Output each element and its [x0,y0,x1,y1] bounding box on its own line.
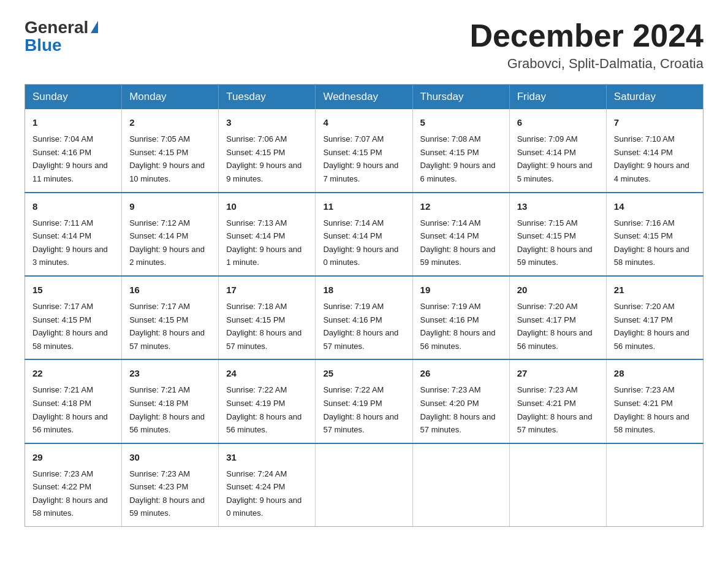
day-info: Sunrise: 7:20 AMSunset: 4:17 PMDaylight:… [614,302,689,351]
day-info: Sunrise: 7:18 AMSunset: 4:15 PMDaylight:… [226,302,301,351]
day-number: 12 [420,199,502,214]
day-info: Sunrise: 7:23 AMSunset: 4:23 PMDaylight:… [129,469,205,518]
day-info: Sunrise: 7:09 AMSunset: 4:14 PMDaylight:… [517,134,593,183]
day-cell-23: 23Sunrise: 7:21 AMSunset: 4:18 PMDayligh… [122,359,219,443]
day-number: 1 [32,115,114,130]
day-info: Sunrise: 7:13 AMSunset: 4:14 PMDaylight:… [226,218,301,267]
day-cell-7: 7Sunrise: 7:10 AMSunset: 4:14 PMDaylight… [606,109,703,192]
day-info: Sunrise: 7:08 AMSunset: 4:15 PMDaylight:… [420,134,496,183]
day-info: Sunrise: 7:11 AMSunset: 4:14 PMDaylight:… [32,218,108,267]
day-cell-13: 13Sunrise: 7:15 AMSunset: 4:15 PMDayligh… [509,193,606,276]
day-info: Sunrise: 7:21 AMSunset: 4:18 PMDaylight:… [129,385,205,434]
day-cell-30: 30Sunrise: 7:23 AMSunset: 4:23 PMDayligh… [122,443,219,527]
day-number: 30 [129,450,211,465]
day-info: Sunrise: 7:19 AMSunset: 4:16 PMDaylight:… [420,302,496,351]
logo-general: General [25,18,98,37]
empty-cell [606,443,703,527]
week-row-1: 1Sunrise: 7:04 AMSunset: 4:16 PMDaylight… [25,109,703,192]
day-cell-19: 19Sunrise: 7:19 AMSunset: 4:16 PMDayligh… [412,276,509,359]
day-cell-24: 24Sunrise: 7:22 AMSunset: 4:19 PMDayligh… [219,359,316,443]
day-cell-17: 17Sunrise: 7:18 AMSunset: 4:15 PMDayligh… [219,276,316,359]
day-info: Sunrise: 7:19 AMSunset: 4:16 PMDaylight:… [323,302,398,351]
day-info: Sunrise: 7:15 AMSunset: 4:15 PMDaylight:… [517,218,593,267]
day-number: 24 [226,366,308,381]
day-info: Sunrise: 7:23 AMSunset: 4:20 PMDaylight:… [420,385,496,434]
header-tuesday: Tuesday [219,85,316,110]
day-cell-25: 25Sunrise: 7:22 AMSunset: 4:19 PMDayligh… [316,359,412,443]
week-row-3: 15Sunrise: 7:17 AMSunset: 4:15 PMDayligh… [25,276,703,359]
day-cell-15: 15Sunrise: 7:17 AMSunset: 4:15 PMDayligh… [25,276,122,359]
day-cell-5: 5Sunrise: 7:08 AMSunset: 4:15 PMDaylight… [412,109,509,192]
page-header: General Blue December 2024 Grabovci, Spl… [25,18,703,72]
day-info: Sunrise: 7:22 AMSunset: 4:19 PMDaylight:… [226,385,301,434]
day-info: Sunrise: 7:23 AMSunset: 4:21 PMDaylight:… [517,385,593,434]
day-number: 28 [614,366,696,381]
day-cell-10: 10Sunrise: 7:13 AMSunset: 4:14 PMDayligh… [219,193,316,276]
day-number: 13 [517,199,599,214]
day-number: 3 [226,115,308,130]
day-info: Sunrise: 7:17 AMSunset: 4:15 PMDaylight:… [129,302,205,351]
day-info: Sunrise: 7:22 AMSunset: 4:19 PMDaylight:… [323,385,398,434]
day-info: Sunrise: 7:16 AMSunset: 4:15 PMDaylight:… [614,218,689,267]
location: Grabovci, Split-Dalmatia, Croatia [469,56,703,72]
day-number: 6 [517,115,599,130]
calendar-table: SundayMondayTuesdayWednesdayThursdayFrid… [25,84,703,527]
day-cell-27: 27Sunrise: 7:23 AMSunset: 4:21 PMDayligh… [509,359,606,443]
header-saturday: Saturday [606,85,703,110]
day-number: 20 [517,283,599,297]
day-info: Sunrise: 7:21 AMSunset: 4:18 PMDaylight:… [32,385,108,434]
day-cell-16: 16Sunrise: 7:17 AMSunset: 4:15 PMDayligh… [122,276,219,359]
day-number: 15 [32,283,114,297]
day-number: 10 [226,199,308,214]
day-cell-31: 31Sunrise: 7:24 AMSunset: 4:24 PMDayligh… [219,443,316,527]
day-number: 21 [614,283,696,297]
day-info: Sunrise: 7:20 AMSunset: 4:17 PMDaylight:… [517,302,593,351]
title-area: December 2024 Grabovci, Split-Dalmatia, … [469,18,703,72]
day-cell-2: 2Sunrise: 7:05 AMSunset: 4:15 PMDaylight… [122,109,219,192]
empty-cell [509,443,606,527]
day-cell-21: 21Sunrise: 7:20 AMSunset: 4:17 PMDayligh… [606,276,703,359]
day-info: Sunrise: 7:14 AMSunset: 4:14 PMDaylight:… [323,218,398,267]
day-cell-22: 22Sunrise: 7:21 AMSunset: 4:18 PMDayligh… [25,359,122,443]
header-monday: Monday [122,85,219,110]
day-cell-3: 3Sunrise: 7:06 AMSunset: 4:15 PMDaylight… [219,109,316,192]
day-cell-8: 8Sunrise: 7:11 AMSunset: 4:14 PMDaylight… [25,193,122,276]
day-info: Sunrise: 7:04 AMSunset: 4:16 PMDaylight:… [32,134,108,183]
day-number: 7 [614,115,696,130]
empty-cell [412,443,509,527]
day-info: Sunrise: 7:14 AMSunset: 4:14 PMDaylight:… [420,218,496,267]
logo: General Blue [25,18,98,55]
logo-blue: Blue [25,36,98,55]
day-info: Sunrise: 7:07 AMSunset: 4:15 PMDaylight:… [323,134,398,183]
day-info: Sunrise: 7:05 AMSunset: 4:15 PMDaylight:… [129,134,205,183]
day-number: 2 [129,115,211,130]
day-cell-29: 29Sunrise: 7:23 AMSunset: 4:22 PMDayligh… [25,443,122,527]
day-cell-26: 26Sunrise: 7:23 AMSunset: 4:20 PMDayligh… [412,359,509,443]
day-cell-14: 14Sunrise: 7:16 AMSunset: 4:15 PMDayligh… [606,193,703,276]
day-number: 14 [614,199,696,214]
day-info: Sunrise: 7:10 AMSunset: 4:14 PMDaylight:… [614,134,689,183]
day-number: 9 [129,199,211,214]
header-friday: Friday [509,85,606,110]
header-thursday: Thursday [412,85,509,110]
day-cell-12: 12Sunrise: 7:14 AMSunset: 4:14 PMDayligh… [412,193,509,276]
day-info: Sunrise: 7:23 AMSunset: 4:21 PMDaylight:… [614,385,689,434]
day-number: 29 [32,450,114,465]
day-number: 4 [323,115,404,130]
day-number: 19 [420,283,502,297]
day-number: 27 [517,366,599,381]
day-number: 22 [32,366,114,381]
calendar-header: SundayMondayTuesdayWednesdayThursdayFrid… [25,85,703,110]
header-row: SundayMondayTuesdayWednesdayThursdayFrid… [25,85,703,110]
day-info: Sunrise: 7:23 AMSunset: 4:22 PMDaylight:… [32,469,108,518]
empty-cell [316,443,412,527]
header-sunday: Sunday [25,85,122,110]
day-cell-9: 9Sunrise: 7:12 AMSunset: 4:14 PMDaylight… [122,193,219,276]
day-cell-28: 28Sunrise: 7:23 AMSunset: 4:21 PMDayligh… [606,359,703,443]
day-number: 25 [323,366,404,381]
day-number: 11 [323,199,404,214]
day-number: 23 [129,366,211,381]
day-cell-1: 1Sunrise: 7:04 AMSunset: 4:16 PMDaylight… [25,109,122,192]
day-cell-20: 20Sunrise: 7:20 AMSunset: 4:17 PMDayligh… [509,276,606,359]
day-cell-4: 4Sunrise: 7:07 AMSunset: 4:15 PMDaylight… [316,109,412,192]
